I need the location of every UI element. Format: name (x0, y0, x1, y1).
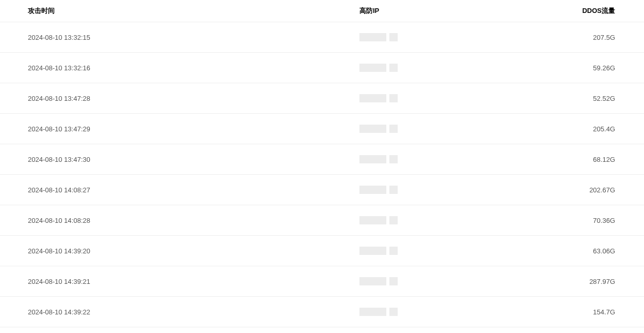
cell-protected-ip (351, 53, 558, 83)
cell-ddos-traffic: 68.12G (558, 144, 644, 175)
redacted-ip (359, 123, 401, 134)
cell-attack-time: 2024-08-10 14:39:20 (0, 236, 351, 266)
table-row: 2024-08-10 14:39:2063.06G (0, 236, 644, 266)
cell-attack-time: 2024-08-10 14:08:28 (0, 205, 351, 236)
cell-ddos-traffic: 207.5G (558, 22, 644, 53)
cell-protected-ip (351, 175, 558, 205)
cell-ddos-traffic: 59.26G (558, 53, 644, 83)
ddos-attack-log-table: 攻击时间 高防IP DDOS流量 2024-08-10 13:32:15207.… (0, 0, 644, 333)
column-header-ddos-traffic: DDOS流量 (558, 0, 644, 22)
redacted-ip (359, 154, 401, 165)
redacted-ip (359, 62, 401, 73)
table-row: 2024-08-10 16:06:046.18G (0, 327, 644, 334)
cell-attack-time: 2024-08-10 13:32:16 (0, 53, 351, 83)
redacted-ip (359, 215, 401, 226)
cell-protected-ip (351, 236, 558, 266)
cell-attack-time: 2024-08-10 14:08:27 (0, 175, 351, 205)
cell-attack-time: 2024-08-10 16:06:04 (0, 327, 351, 334)
column-header-protected-ip: 高防IP (351, 0, 558, 22)
table-row: 2024-08-10 14:39:22154.7G (0, 297, 644, 327)
redacted-ip (359, 93, 401, 104)
cell-ddos-traffic: 70.36G (558, 205, 644, 236)
cell-attack-time: 2024-08-10 14:39:21 (0, 266, 351, 297)
cell-ddos-traffic: 205.4G (558, 114, 644, 144)
cell-ddos-traffic: 52.52G (558, 83, 644, 114)
cell-attack-time: 2024-08-10 13:47:28 (0, 83, 351, 114)
table-row: 2024-08-10 13:47:29205.4G (0, 114, 644, 144)
cell-protected-ip (351, 22, 558, 53)
table-row: 2024-08-10 13:47:3068.12G (0, 144, 644, 175)
cell-protected-ip (351, 114, 558, 144)
column-header-attack-time: 攻击时间 (0, 0, 351, 22)
redacted-ip (359, 245, 401, 256)
redacted-ip (359, 184, 401, 195)
cell-attack-time: 2024-08-10 13:32:15 (0, 22, 351, 53)
redacted-ip (359, 276, 401, 287)
redacted-ip (359, 32, 401, 43)
cell-ddos-traffic: 287.97G (558, 266, 644, 297)
cell-protected-ip (351, 83, 558, 114)
cell-protected-ip (351, 297, 558, 327)
cell-protected-ip (351, 144, 558, 175)
table-row: 2024-08-10 13:32:1659.26G (0, 53, 644, 83)
cell-attack-time: 2024-08-10 14:39:22 (0, 297, 351, 327)
cell-ddos-traffic: 154.7G (558, 297, 644, 327)
table-row: 2024-08-10 13:32:15207.5G (0, 22, 644, 53)
redacted-ip (359, 306, 401, 317)
cell-ddos-traffic: 6.18G (558, 327, 644, 334)
cell-attack-time: 2024-08-10 13:47:29 (0, 114, 351, 144)
cell-attack-time: 2024-08-10 13:47:30 (0, 144, 351, 175)
cell-ddos-traffic: 202.67G (558, 175, 644, 205)
cell-protected-ip (351, 266, 558, 297)
cell-protected-ip (351, 327, 558, 334)
table-row: 2024-08-10 13:47:2852.52G (0, 83, 644, 114)
table-row: 2024-08-10 14:08:2870.36G (0, 205, 644, 236)
table-row: 2024-08-10 14:08:27202.67G (0, 175, 644, 205)
table-row: 2024-08-10 14:39:21287.97G (0, 266, 644, 297)
cell-ddos-traffic: 63.06G (558, 236, 644, 266)
cell-protected-ip (351, 205, 558, 236)
